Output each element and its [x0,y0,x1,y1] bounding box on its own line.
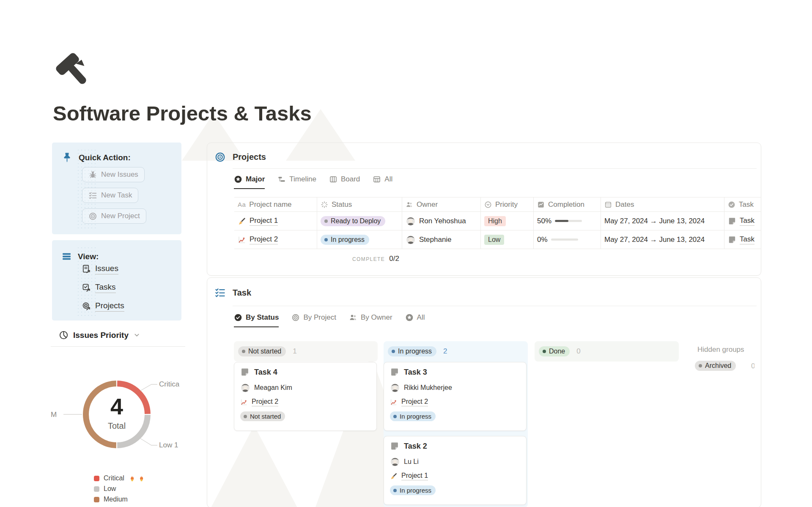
target-icon [214,151,226,163]
tab-by-status[interactable]: By Status [234,313,279,327]
column-header-not-started[interactable]: Not started 1 [234,341,378,362]
table-footer-complete: COMPLETE 0/2 [352,255,399,263]
group-badge-in-progress[interactable]: In progress [388,346,436,356]
new-project-button[interactable]: New Project [82,208,146,224]
task-assignee: Meagan Kim [240,383,370,393]
legend-item-low: Low [94,485,145,493]
sidebar-link-projects[interactable]: Projects [82,301,124,312]
page-icon [728,217,736,225]
table-cell-completion[interactable]: 0% [534,230,601,249]
table-cell-status[interactable]: Ready to Deploy [317,212,402,230]
status-badge[interactable]: Ready to Deploy [321,216,385,226]
project-link[interactable]: Project 1 [401,472,428,480]
task-title: Task 3 [404,368,427,377]
task-relation-link[interactable]: Task [740,235,754,244]
target-icon [291,313,300,322]
legend-label-critical: Critical [104,474,124,482]
task-card-task-3[interactable]: Task 3 Rikki Mukherjee Project 2 In prog… [384,362,527,431]
task-card-task-4[interactable]: Task 4 Meagan Kim Project 2 Not started [234,362,377,431]
table-cell-dates[interactable]: May 27, 2024 → June 13, 2024 [601,230,724,249]
task-title: Task 4 [254,368,277,377]
task-relation-link[interactable]: Task [740,217,754,226]
progress-bar [555,220,582,222]
kanban-column-done: Done 0 [535,341,679,362]
column-header-owner[interactable]: Owner [402,197,481,212]
tab-by-project[interactable]: By Project [291,313,336,327]
priority-badge[interactable]: High [484,216,506,226]
table-cell-status[interactable]: In progress [317,230,402,249]
tab-all[interactable]: All [405,313,425,327]
tasks-link-label: Tasks [95,282,116,293]
quick-action-heading: Quick Action: [79,153,131,162]
project-link[interactable]: Project 2 [401,398,428,406]
timeline-icon [277,175,286,184]
project-link[interactable]: Project 2 [250,235,278,244]
table-cell-owner[interactable]: Ron Yehoshua [402,212,481,230]
task-title: Task 2 [404,442,427,451]
complete-label: COMPLETE [352,256,385,262]
group-badge-not-started[interactable]: Not started [238,346,286,356]
project-link[interactable]: Project 1 [250,217,278,226]
column-header-status[interactable]: Status [317,197,402,212]
hidden-groups: Hidden groups Archived 0 [695,341,754,373]
group-count: 1 [293,347,296,356]
group-badge-archived[interactable]: Archived [695,361,736,371]
table-cell-task[interactable]: Task [724,230,761,249]
tab-by-owner[interactable]: By Owner [349,313,392,327]
sidebar-link-tasks[interactable]: Tasks [82,282,116,293]
tab-all[interactable]: All [373,175,392,189]
tab-by-status-label: By Status [246,313,279,322]
column-header-task[interactable]: Task [724,197,761,212]
column-header-priority[interactable]: Priority [481,197,534,212]
divider [233,306,757,306]
table-cell-task[interactable]: Task [724,212,761,230]
table-row-project-name[interactable]: Project 1 [234,212,317,230]
status-badge: In progress [390,411,436,421]
status-badge[interactable]: In progress [321,235,369,245]
hammer-icon [52,49,96,92]
column-header-project-name[interactable]: Aa Project name [234,197,317,212]
new-task-button[interactable]: New Task [82,188,138,203]
task-card-task-2[interactable]: Task 2 Lu Li Project 1 In progress [384,436,527,505]
group-count: 0 [576,347,580,356]
legend-item-critical: Critical [94,474,145,482]
priority-badge[interactable]: Low [484,235,504,245]
sidebar-link-issues[interactable]: Issues [82,264,118,274]
issues-priority-label: Issues Priority [73,331,129,340]
table-cell-dates[interactable]: May 27, 2024 → June 13, 2024 [601,212,724,230]
tab-major[interactable]: Major [234,175,265,189]
document-arrow-icon [82,264,91,274]
status-dot [242,350,245,353]
column-header-in-progress[interactable]: In progress 2 [384,341,528,362]
table-cell-completion[interactable]: 50% [534,212,601,230]
legend-item-medium: Medium [94,496,145,503]
checkbox-arrow-icon [82,283,91,293]
task-project: Project 1 [390,472,520,480]
table-cell-priority[interactable]: Low [481,230,534,249]
checklist-icon [88,191,97,200]
kanban-board: Not started 1 Task 4 Meagan Kim Project … [207,341,761,507]
avatar [390,383,400,393]
avatar [240,383,250,393]
issues-priority-toggle[interactable]: Issues Priority [59,330,140,340]
tab-timeline[interactable]: Timeline [277,175,316,189]
progress-bar [551,238,578,241]
new-issues-button[interactable]: New Issues [82,167,145,182]
column-header-done[interactable]: Done 0 [535,341,679,362]
issues-link-label: Issues [95,264,118,274]
tab-board[interactable]: Board [329,175,360,189]
table-icon [373,175,381,184]
status-dot [244,415,247,418]
column-header-completion[interactable]: Completion [534,197,601,212]
group-badge-done[interactable]: Done [539,346,570,356]
status-dot [324,238,328,241]
status-dot [393,415,397,418]
table-row-project-name[interactable]: Project 2 [234,230,317,249]
tab-board-label: Board [341,175,360,184]
column-header-dates[interactable]: Dates [601,197,724,212]
quick-action-panel: Quick Action: New Issues New Task New Pr… [52,143,181,234]
project-link[interactable]: Project 2 [252,398,278,406]
avatar [406,216,416,226]
table-cell-owner[interactable]: Stephanie [402,230,481,249]
table-cell-priority[interactable]: High [481,212,534,230]
